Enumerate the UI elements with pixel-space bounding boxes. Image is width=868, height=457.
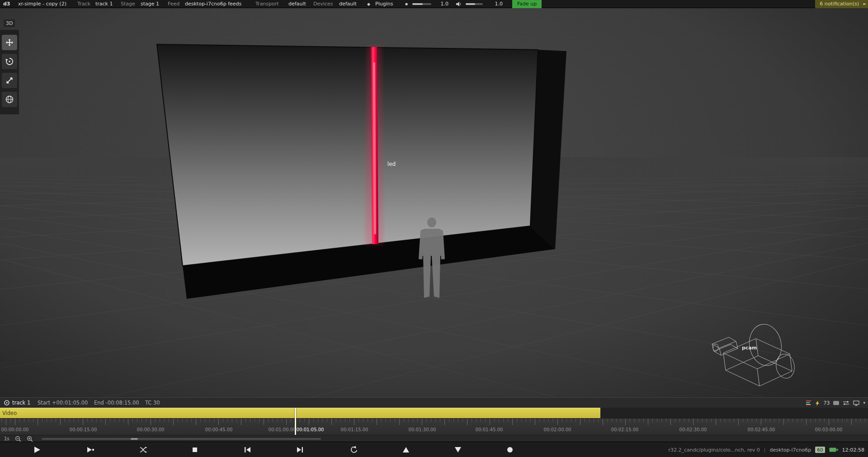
track-end-time[interactable]: End -00:08:15.00	[94, 398, 139, 408]
notifications-badge[interactable]: 6 notification(s) ►	[815, 0, 868, 8]
notifications-label: 6 notification(s)	[820, 1, 859, 7]
ruler-label: 00:03:00.00	[808, 427, 849, 432]
next-section-button[interactable]	[292, 444, 309, 456]
notifications-caret-icon[interactable]: ►	[863, 0, 866, 8]
play-to-next-icon	[86, 446, 94, 454]
ruler-label: 00:00:15.00	[63, 427, 104, 432]
scale-tool-button[interactable]	[2, 73, 17, 88]
ruler-label: 00:00:00.00	[0, 427, 35, 432]
brightness-slider[interactable]	[412, 3, 431, 5]
trackbar-right-icons: 73 ▾	[806, 398, 865, 408]
timeline-ruler[interactable]: 00:00:00.00 00:00:15.00 00:00:30.00 00:0…	[0, 418, 868, 435]
screen-name-label: led	[382, 161, 401, 167]
ruler-label: 00:00:30.00	[130, 427, 171, 432]
previous-section-button[interactable]	[239, 444, 256, 456]
devices-menu-label[interactable]: Devices	[313, 0, 333, 8]
caret-down-icon[interactable]: ▾	[863, 398, 865, 408]
zoom-in-icon	[27, 436, 33, 442]
zoom-in-button[interactable]	[26, 435, 33, 442]
track-start-time[interactable]: Start +00:01:05.00	[38, 398, 88, 408]
fps-badge: 60	[815, 447, 825, 453]
view-mode-label[interactable]: 3D	[4, 19, 15, 27]
feed-menu-label[interactable]: Feed	[168, 0, 179, 8]
ruler-label: 00:01:30.00	[402, 427, 443, 432]
display-icon[interactable]	[853, 400, 859, 406]
rotate-icon	[5, 57, 14, 66]
triangle-down-icon	[454, 446, 462, 454]
orbit-tool-button[interactable]	[2, 92, 17, 107]
zoom-scale-label: 1s	[4, 435, 9, 442]
brightness-slider-fill	[412, 3, 423, 5]
transfer-arrows-icon[interactable]	[843, 400, 849, 405]
ruler-label: 00:00:45.00	[198, 427, 239, 432]
project-name[interactable]: xr-simple - copy (2)	[18, 0, 66, 8]
ruler-label: 00:01:15.00	[334, 427, 375, 432]
return-icon	[349, 446, 358, 454]
crossfade-icon	[139, 446, 147, 454]
devices-menu-value[interactable]: default	[339, 0, 357, 8]
record-button[interactable]	[501, 444, 519, 456]
zoom-out-icon	[15, 436, 21, 442]
speaker-icon[interactable]	[456, 1, 462, 7]
ruler-label: 00:02:45.00	[741, 427, 782, 432]
return-to-start-button[interactable]	[345, 444, 362, 456]
camera-name-label: pcam	[742, 345, 757, 351]
build-version: r32.2_candc/plugins/colo...nch, rev 0	[668, 447, 760, 453]
rotate-tool-button[interactable]	[2, 54, 17, 69]
volume-value: 1.0	[485, 0, 503, 8]
feed-menu-value[interactable]: desktop-i7cno6p feeds	[185, 0, 241, 8]
triangle-up-icon	[402, 446, 410, 454]
move-icon	[5, 38, 14, 47]
stage-menu-value[interactable]: stage 1	[141, 0, 159, 8]
scale-icon	[5, 76, 14, 85]
play-icon	[33, 446, 41, 454]
viewport-scene: pcam	[0, 8, 868, 397]
volume-slider-fill	[466, 3, 475, 5]
play-button[interactable]	[28, 444, 46, 456]
previous-section-icon	[243, 446, 251, 454]
fade-up-button[interactable]: Fade up	[512, 0, 542, 8]
playhead[interactable]	[295, 408, 296, 435]
timecode-mode[interactable]: TC 30	[145, 398, 160, 408]
globe-icon	[5, 95, 14, 104]
stop-button[interactable]	[186, 444, 203, 456]
clock: 12:02:58	[842, 447, 864, 453]
stop-icon	[191, 446, 199, 454]
timeline-zoom-row: 1s	[0, 435, 868, 442]
track-mode-icon[interactable]	[4, 400, 10, 406]
stage-menu-label[interactable]: Stage	[121, 0, 135, 8]
transport-menu-value[interactable]: default	[288, 0, 306, 8]
plugins-diamond-icon: ◆	[367, 0, 370, 8]
play-to-next-button[interactable]	[82, 444, 99, 456]
d3-application: d3 xr-simple - copy (2) Track track 1 St…	[0, 0, 868, 457]
timeline-scrollbar-thumb[interactable]	[131, 438, 138, 440]
chip-icon[interactable]	[833, 401, 839, 405]
track-info-bar: track 1 Start +00:01:05.00 End -00:08:15…	[0, 397, 868, 408]
plugins-menu[interactable]: Plugins	[375, 0, 393, 8]
viewport-3d[interactable]: pcam led	[0, 8, 868, 397]
zoom-out-button[interactable]	[14, 435, 22, 442]
app-menu[interactable]: d3	[3, 0, 10, 8]
transport-menu-label[interactable]: Transport	[255, 0, 279, 8]
status-separator: |	[764, 447, 766, 453]
levels-icon[interactable]	[806, 400, 811, 405]
video-layer-clip[interactable]: Video	[0, 408, 600, 418]
ruler-label: 00:02:00.00	[537, 427, 578, 432]
triangle-up-button[interactable]	[397, 444, 415, 456]
track-name[interactable]: track 1	[12, 398, 30, 408]
next-section-icon	[296, 446, 304, 454]
track-menu-label[interactable]: Track	[77, 0, 90, 8]
master-level-icon: ●	[405, 0, 408, 8]
timeline-scrollbar[interactable]	[42, 438, 321, 440]
record-icon	[506, 446, 514, 454]
machine-name: desktop-i7cno6p	[770, 447, 811, 453]
signal-icon[interactable]	[815, 400, 820, 406]
move-tool-button[interactable]	[2, 35, 17, 50]
crossfade-button[interactable]	[135, 444, 152, 456]
counter-badge: 73	[823, 398, 830, 408]
volume-slider[interactable]	[466, 3, 483, 5]
triangle-down-button[interactable]	[449, 444, 467, 456]
status-cluster: r32.2_candc/plugins/colo...nch, rev 0 | …	[668, 442, 864, 457]
track-menu-value[interactable]: track 1	[95, 0, 113, 8]
menubar: d3 xr-simple - copy (2) Track track 1 St…	[0, 0, 868, 8]
